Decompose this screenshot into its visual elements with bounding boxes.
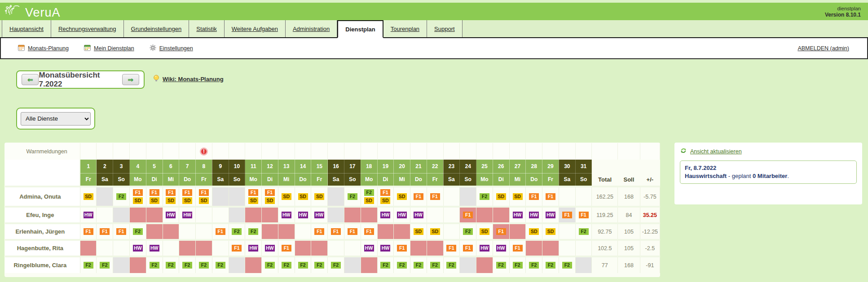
tab-weitere-aufgaben[interactable]: Weitere Aufgaben	[225, 20, 286, 37]
shift-badge-f1[interactable]: F1	[513, 245, 523, 252]
refresh-view-link[interactable]: Ansicht aktualisieren	[690, 148, 742, 155]
roster-cell-day-10[interactable]: F2	[229, 223, 245, 240]
warning-icon[interactable]: !	[200, 148, 208, 156]
roster-cell-day-2[interactable]	[97, 207, 113, 223]
roster-cell-day-14[interactable]: SD	[295, 187, 311, 207]
roster-cell-day-9[interactable]	[212, 207, 229, 223]
roster-cell-day-29[interactable]: HW	[542, 207, 559, 223]
tab-hauptansicht[interactable]: Hauptansicht	[2, 20, 51, 37]
roster-cell-day-3[interactable]	[113, 207, 130, 223]
day-header-1[interactable]: 1	[80, 160, 97, 173]
shift-badge-hw[interactable]: HW	[480, 245, 489, 252]
roster-cell-day-1[interactable]	[80, 240, 97, 256]
shift-badge-f2[interactable]: F2	[430, 262, 440, 269]
roster-cell-day-25[interactable]: HW	[476, 240, 493, 256]
roster-cell-day-8[interactable]	[196, 223, 212, 240]
day-header-12[interactable]: 12	[262, 160, 278, 173]
shift-badge-sd[interactable]: SD	[496, 193, 506, 200]
roster-cell-day-20[interactable]: HW	[394, 207, 410, 223]
roster-cell-day-26[interactable]: F1	[493, 223, 509, 240]
shift-badge-hw[interactable]: HW	[298, 212, 308, 218]
roster-cell-day-17[interactable]: F2	[344, 187, 361, 207]
shift-badge-sd[interactable]: SD	[364, 197, 374, 204]
roster-cell-day-13[interactable]: SD	[278, 187, 295, 207]
shift-badge-f1[interactable]: F1	[364, 228, 374, 235]
day-header-22[interactable]: 22	[427, 160, 443, 173]
shift-badge-f2[interactable]: F2	[529, 262, 539, 269]
roster-cell-day-9[interactable]: F1	[212, 223, 229, 240]
day-header-16[interactable]: 16	[328, 160, 344, 173]
day-header-25[interactable]: 25	[476, 160, 493, 173]
shift-badge-sd[interactable]: SD	[248, 197, 258, 204]
roster-cell-day-20[interactable]: F1	[394, 240, 410, 256]
day-header-8[interactable]: 8	[196, 160, 212, 173]
roster-cell-day-30[interactable]	[559, 223, 575, 240]
roster-cell-day-6[interactable]	[163, 223, 179, 240]
roster-cell-day-9[interactable]	[212, 240, 229, 256]
shift-badge-f2[interactable]: F2	[480, 193, 489, 200]
tab-rechnungsverwaltung[interactable]: Rechnungsverwaltung	[51, 20, 124, 37]
roster-cell-day-7[interactable]	[179, 240, 196, 256]
shift-badge-hw[interactable]: HW	[133, 245, 143, 252]
roster-cell-day-15[interactable]: F1	[311, 223, 328, 240]
roster-cell-day-13[interactable]: HW	[278, 207, 295, 223]
roster-cell-day-19[interactable]: F2	[377, 256, 394, 273]
roster-cell-day-27[interactable]: SD	[509, 187, 526, 207]
day-header-3[interactable]: 3	[113, 160, 130, 173]
shift-badge-f1[interactable]: F1	[430, 193, 440, 200]
shift-badge-sd[interactable]: SD	[182, 197, 192, 204]
shift-badge-f1[interactable]: F1	[199, 189, 209, 196]
shift-badge-f2[interactable]: F2	[397, 262, 407, 269]
roster-cell-day-16[interactable]: F1	[328, 223, 344, 240]
shift-badge-f1[interactable]: F1	[116, 228, 126, 235]
shift-badge-f2[interactable]: F2	[579, 228, 589, 235]
roster-cell-day-8[interactable]: F2	[196, 256, 212, 273]
roster-cell-day-28[interactable]: HW	[526, 207, 542, 223]
roster-cell-day-29[interactable]: SD	[542, 223, 559, 240]
roster-cell-day-10[interactable]	[229, 187, 245, 207]
wiki-link[interactable]: Wiki: Monats-Planung	[163, 76, 224, 82]
roster-cell-day-2[interactable]	[97, 187, 113, 207]
roster-cell-day-6[interactable]: HW	[163, 207, 179, 223]
roster-cell-day-31[interactable]	[575, 240, 592, 256]
roster-cell-day-7[interactable]	[179, 223, 196, 240]
roster-cell-day-25[interactable]	[476, 207, 493, 223]
day-header-17[interactable]: 17	[344, 160, 361, 173]
roster-cell-day-18[interactable]	[361, 256, 377, 273]
roster-cell-day-4[interactable]	[130, 256, 146, 273]
roster-cell-day-28[interactable]	[526, 240, 542, 256]
roster-cell-day-4[interactable]: F1SD	[130, 187, 146, 207]
roster-cell-day-4[interactable]	[130, 207, 146, 223]
shift-badge-hw[interactable]: HW	[546, 212, 555, 218]
day-header-31[interactable]: 31	[575, 160, 592, 173]
roster-cell-day-8[interactable]: F1SD	[196, 187, 212, 207]
day-header-10[interactable]: 10	[229, 160, 245, 173]
shift-badge-sd[interactable]: SD	[380, 197, 390, 204]
roster-cell-day-10[interactable]	[229, 207, 245, 223]
toolbar-link-mein-dienstplan[interactable]: Mein Dienstplan	[84, 44, 134, 52]
shift-badge-f1[interactable]: F1	[150, 189, 159, 196]
roster-cell-day-21[interactable]: F2	[410, 256, 427, 273]
shift-badge-f2[interactable]: F2	[414, 262, 423, 269]
roster-cell-day-27[interactable]: F1	[509, 240, 526, 256]
roster-cell-day-26[interactable]: F2	[493, 256, 509, 273]
shift-badge-sd[interactable]: SD	[282, 193, 291, 200]
roster-cell-day-28[interactable]: SD	[526, 223, 542, 240]
shift-badge-f2[interactable]: F2	[100, 262, 110, 269]
roster-cell-day-15[interactable]: HW	[311, 207, 328, 223]
shift-badge-f1[interactable]: F1	[100, 228, 110, 235]
roster-cell-day-12[interactable]: F2	[262, 256, 278, 273]
day-header-13[interactable]: 13	[278, 160, 295, 173]
roster-cell-day-26[interactable]	[493, 207, 509, 223]
roster-cell-day-1[interactable]: HW	[80, 207, 97, 223]
roster-cell-day-21[interactable]: HW	[410, 207, 427, 223]
day-header-28[interactable]: 28	[526, 160, 542, 173]
roster-cell-day-22[interactable]	[427, 207, 443, 223]
roster-cell-day-1[interactable]: SD	[80, 187, 97, 207]
roster-cell-day-27[interactable]: HW	[509, 207, 526, 223]
roster-cell-day-11[interactable]: F2	[245, 223, 262, 240]
shift-badge-f2[interactable]: F2	[116, 193, 126, 200]
shift-badge-f2[interactable]: F2	[298, 262, 308, 269]
shift-badge-f1[interactable]: F1	[166, 189, 176, 196]
roster-cell-day-15[interactable]: F2	[311, 256, 328, 273]
